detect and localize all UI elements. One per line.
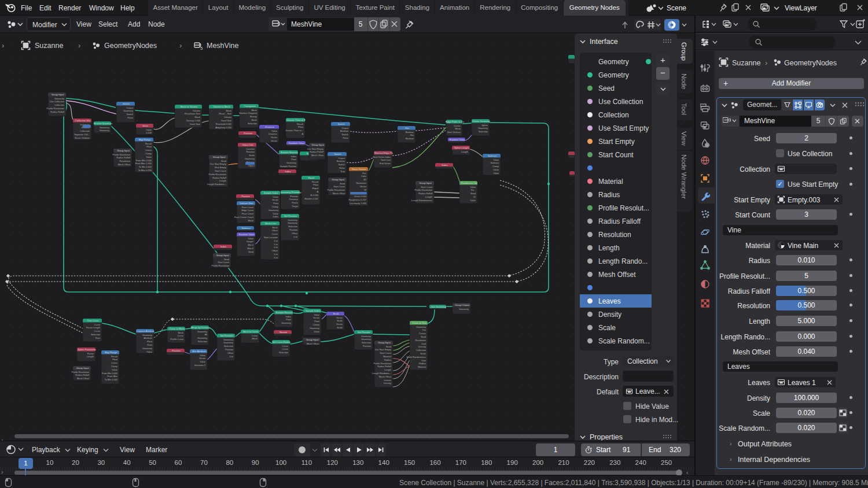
svg-text:Start Count: Start Count (218, 261, 230, 264)
svg-text:Radius Falloff: Radius Falloff (75, 374, 90, 376)
svg-text:ID: ID (473, 195, 476, 198)
svg-text:Seed: Seed (340, 182, 345, 185)
svg-text:Float: Float (313, 183, 319, 186)
svg-text:Seed: Seed (224, 258, 229, 261)
svg-text:Trim Curve: Trim Curve (87, 319, 99, 322)
svg-text:Switch: Switch (342, 133, 348, 136)
svg-text:Density: Density (418, 345, 426, 348)
svg-text:Profile Resolution: Profile Resolution (72, 371, 90, 374)
svg-text:Value: Value (470, 186, 476, 188)
svg-text:Index: Index (285, 315, 291, 318)
svg-text:Geometry: Geometry (223, 338, 233, 341)
svg-text:Equal: Equal (312, 187, 318, 190)
svg-text:0 m: 0 m (274, 253, 278, 256)
svg-text:Vector: Vector (271, 136, 278, 139)
svg-text:False: False (127, 116, 133, 119)
svg-text:Geometry: Geometry (142, 347, 152, 350)
svg-text:False: False (343, 136, 348, 139)
svg-text:Distance: Distance (269, 132, 277, 135)
svg-text:Realize Instances: Realize Instances (94, 122, 112, 125)
svg-text:Face Count: Face Count (242, 212, 254, 215)
svg-text:Scale: Scale (337, 319, 343, 322)
svg-text:Radius Falloff: Radius Falloff (418, 192, 433, 195)
svg-text:Position: Position (290, 195, 298, 198)
svg-text:0 m: 0 m (274, 256, 278, 259)
svg-text:Point: Point (286, 318, 292, 321)
svg-text:Position: Position (225, 348, 233, 351)
svg-text:Group Input: Group Input (332, 178, 344, 181)
svg-text:Geometry Proximity: Geometry Proximity (281, 191, 302, 194)
svg-text:Threshold 0.001: Threshold 0.001 (215, 123, 231, 125)
svg-text:Set Curve Radius: Set Curve Radius (272, 341, 290, 343)
svg-text:A: A (317, 190, 318, 193)
svg-text:Vector: Vector (271, 139, 278, 142)
svg-text:Switch: Switch (123, 102, 130, 105)
svg-text:Rotation: Rotation (247, 150, 255, 153)
svg-text:Voxel Size: Voxel Size (221, 119, 231, 122)
svg-text:Linear: Linear (111, 361, 118, 364)
svg-text:Shortest Diagonal: Shortest Diagonal (239, 112, 257, 114)
svg-text:Position: Position (363, 345, 371, 347)
svg-text:Point: Point (273, 202, 279, 205)
svg-text:Curve to Mesh: Curve to Mesh (169, 327, 185, 330)
svg-text:Factor Length: Factor Length (86, 326, 100, 329)
svg-text:0 m: 0 m (274, 243, 278, 246)
svg-text:Profile Resolution: Profile Resolution (209, 173, 227, 176)
svg-text:Value: Value (271, 130, 277, 132)
svg-text:Sample Index: Sample Index (263, 191, 278, 194)
svg-text:Length Randomness: Length Randomness (411, 199, 432, 202)
svg-text:Seed: Seed (386, 345, 391, 348)
svg-text:Leaf: Leaf (421, 342, 426, 345)
svg-text:Geometry: Geometry (269, 209, 278, 212)
svg-text:Start: Start (95, 337, 101, 339)
svg-text:False: False (339, 167, 345, 169)
svg-text:Volume: Volume (193, 109, 200, 112)
svg-text:From Max 1.000: From Max 1.000 (135, 162, 152, 165)
svg-text:Voxel Size: Voxel Size (190, 123, 200, 125)
svg-text:Subtract: Subtract (491, 161, 499, 164)
svg-text:Factor: Factor (87, 352, 94, 355)
svg-text:Adaptivity 0.250: Adaptivity 0.250 (215, 126, 232, 129)
svg-text:To Max 0.200: To Max 0.200 (138, 169, 152, 172)
svg-text:Face Corner Count: Face Corner Count (234, 216, 254, 219)
svg-text:Position: Position (172, 349, 181, 352)
svg-text:Merge by Distance: Merge by Distance (190, 326, 211, 329)
svg-text:0 m: 0 m (230, 355, 234, 358)
svg-text:Boolean: Boolean (406, 131, 414, 134)
svg-text:Point: Point (291, 158, 297, 161)
svg-text:Value: Value (493, 172, 499, 175)
svg-text:Radius Falloff: Radius Falloff (116, 156, 131, 159)
svg-text:Value: Value (470, 199, 476, 202)
svg-text:Tue: Tue (422, 328, 426, 331)
svg-text:Geometry: Geometry (288, 221, 297, 224)
svg-text:Mesh to Volume: Mesh to Volume (181, 105, 198, 108)
svg-text:Float: Float (298, 125, 304, 128)
svg-text:Shortest Edge Pa: Shortest Edge Pa (374, 151, 393, 154)
svg-text:Boolean: Boolean (340, 130, 348, 132)
svg-text:Blur Attribute: Blur Attribute (192, 350, 206, 353)
svg-text:Geometry: Geometry (416, 326, 426, 328)
svg-text:Greater Than or E: Greater Than or E (286, 119, 306, 121)
svg-text:Collection: Collection (80, 130, 90, 132)
svg-text:Points: Points (292, 201, 298, 204)
svg-text:Beauty: Beauty (250, 115, 257, 118)
svg-text:Resol... Size: Resol... Size (219, 112, 231, 115)
svg-text:Separate Chil...: Separate Chil... (74, 133, 90, 136)
svg-text:Not: Not (405, 127, 409, 130)
svg-text:Mesh: Mesh (252, 337, 258, 340)
svg-text:Length: Length (219, 179, 226, 182)
svg-text:Mesh Line: Mesh Line (265, 222, 277, 225)
svg-text:Profile Resolution: Profile Resolution (328, 188, 345, 191)
svg-text:Selection: Selection (224, 345, 233, 347)
svg-text:Mesh Offset: Mesh Offset (311, 154, 324, 157)
svg-text:Reset Children: Reset Children (75, 136, 90, 139)
svg-text:Group Input: Group Input (378, 341, 391, 344)
svg-text:Use Start Empty: Use Start Empty (307, 147, 323, 150)
svg-text:Normal: Normal (279, 331, 287, 334)
svg-text:Position: Position (241, 195, 250, 198)
svg-text:Group Input: Group Input (311, 143, 324, 146)
svg-text:Offset: Offset (272, 249, 278, 252)
svg-text:Float: Float (147, 340, 153, 343)
svg-text:Use Collection: Use Collection (50, 100, 64, 103)
svg-text:Volume: Volume (224, 116, 231, 119)
